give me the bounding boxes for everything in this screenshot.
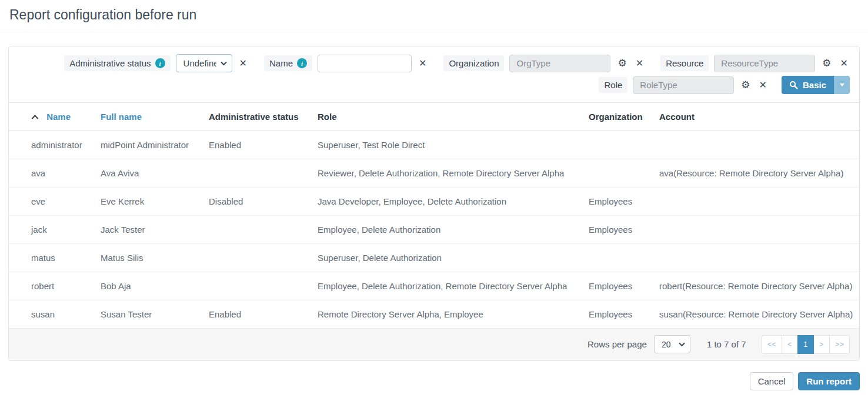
cell-admin-status: Enabled [203,131,312,159]
table-row[interactable]: susan Susan Tester Enabled Remote Direct… [9,300,859,329]
cell-name: ava [9,159,95,188]
cell-account: ava(Resource: Remote Directory Server Al… [653,159,859,188]
cell-admin-status: Enabled [203,300,312,329]
table-row[interactable]: jack Jack Tester Employee, Delete Author… [9,216,859,244]
table-row[interactable]: ava Ava Aviva Reviewer, Delete Authoriza… [9,159,859,188]
role-filter-label: Role [599,77,627,93]
role-filter-label-text: Role [604,80,622,90]
cell-full-name: Eve Kerrek [95,188,203,216]
first-page-button[interactable]: << [762,335,782,354]
cell-organization [583,244,653,272]
last-page-button[interactable]: >> [829,335,850,354]
table-row[interactable]: matus Matus Silis Superuser, Delete Auth… [9,244,859,272]
resource-filter-label: Resource [660,55,709,71]
organization-settings-gear-icon[interactable]: ⚙ [616,57,628,69]
organization-filter-label: Organization [443,55,504,71]
filter-resource: Resource ⚙ ✕ [660,55,850,72]
role-settings-gear-icon[interactable]: ⚙ [739,79,752,91]
table-header-row: Name Full name Administrative status Rol… [9,103,859,131]
rows-per-page-label: Rows per page [587,339,647,349]
organization-type-input[interactable] [509,55,610,72]
filter-row-1: Administrative status i Undefined ✕ Name… [64,54,850,72]
previous-page-button[interactable]: < [782,335,798,354]
cell-role: Employee, Delete Authorization, Remote D… [312,272,583,300]
pagination-controls: << < 1 > >> [762,335,850,354]
role-type-input[interactable] [633,76,734,94]
cell-full-name: Jack Tester [95,216,203,244]
table-footer: Rows per page 20 1 to 7 of 7 << < 1 > >> [9,328,859,360]
cell-organization [583,159,653,188]
cell-role: Superuser, Test Role Direct [312,131,583,159]
cell-name: robert [9,272,95,300]
name-filter-input[interactable] [318,55,412,72]
results-table: Name Full name Administrative status Rol… [9,102,859,328]
sort-by-name-link[interactable]: Name [46,112,71,122]
search-filter-bar: Administrative status i Undefined ✕ Name… [9,46,859,102]
cell-admin-status [203,216,312,244]
column-header-full-name: Full name [95,103,203,131]
caret-down-icon [840,83,844,86]
cell-admin-status [203,159,312,188]
table-row[interactable]: robert Bob Aja Employee, Delete Authoriz… [9,272,859,300]
cell-role: Java Developer, Employee, Delete Authori… [312,188,583,216]
sort-by-full-name-link[interactable]: Full name [101,112,142,122]
search-mode-dropdown-button[interactable] [834,76,850,94]
cell-organization: Employees [583,300,653,329]
cell-organization: Employees [583,216,653,244]
table-row[interactable]: eve Eve Kerrek Disabled Java Developer, … [9,188,859,216]
resource-type-input[interactable] [714,55,815,72]
page-1-button[interactable]: 1 [797,335,814,354]
info-icon[interactable]: i [297,58,307,68]
cell-account [653,216,859,244]
cell-name: jack [9,216,95,244]
next-page-button[interactable]: > [813,335,830,354]
cell-full-name: Matus Silis [95,244,203,272]
cell-name: eve [9,188,95,216]
cell-full-name: Ava Aviva [95,159,203,188]
remove-name-filter-icon[interactable]: ✕ [417,58,428,69]
cell-account [653,131,859,159]
cell-admin-status: Disabled [203,188,312,216]
page-title: Report configuration before run [0,0,868,32]
run-report-button[interactable]: Run report [798,372,860,390]
administrative-status-select[interactable]: Undefined [176,54,232,72]
cell-account: susan(Resource: Remote Directory Server … [653,300,859,329]
basic-search-button-label: Basic [803,80,826,90]
cell-role: Employee, Delete Authorization [312,216,583,244]
remove-organization-filter-icon[interactable]: ✕ [634,58,645,69]
administrative-status-label-text: Administrative status [69,58,151,68]
search-icon [789,81,798,89]
info-icon[interactable]: i [155,58,165,68]
cell-full-name: midPoint Administrator [95,131,203,159]
table-row[interactable]: administrator midPoint Administrator Ena… [9,131,859,159]
basic-search-button[interactable]: Basic [782,76,834,94]
report-config-panel: Administrative status i Undefined ✕ Name… [8,46,860,361]
filter-role: Role ⚙ ✕ [599,76,769,94]
remove-role-filter-icon[interactable]: ✕ [757,79,769,91]
column-header-role: Role [312,103,583,131]
cell-role: Superuser, Delete Authorization [312,244,583,272]
resource-settings-gear-icon[interactable]: ⚙ [820,57,833,69]
cell-name: administrator [9,131,95,159]
remove-resource-filter-icon[interactable]: ✕ [839,58,850,69]
cell-organization: Employees [583,272,653,300]
column-header-account: Account [653,103,859,131]
filter-row-2: Role ⚙ ✕ Basic [599,76,850,94]
cell-account [653,188,859,216]
search-split-button: Basic [782,76,850,94]
cell-role: Reviewer, Delete Authorization, Remote D… [312,159,583,188]
cell-admin-status [203,272,312,300]
cell-account [653,244,859,272]
sort-ascending-icon[interactable] [31,115,39,119]
column-header-administrative-status: Administrative status [203,103,312,131]
cell-role: Remote Directory Server Alpha, Employee [312,300,583,329]
organization-filter-label-text: Organization [449,58,499,68]
rows-per-page-select[interactable]: 20 [654,335,690,353]
cell-account: robert(Resource: Remote Directory Server… [653,272,859,300]
column-header-organization: Organization [583,103,653,131]
filter-administrative-status: Administrative status i Undefined ✕ [64,54,249,72]
cell-organization: Employees [583,188,653,216]
remove-administrative-status-filter-icon[interactable]: ✕ [238,58,249,69]
cancel-button[interactable]: Cancel [750,372,794,390]
filter-organization: Organization ⚙ ✕ [443,55,645,72]
